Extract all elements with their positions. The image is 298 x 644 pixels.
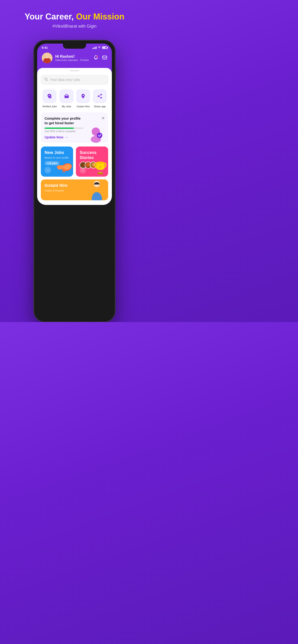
svg-point-0	[42, 52, 53, 63]
action-instant-hire[interactable]: Instant Hire	[76, 89, 90, 108]
user-role: Data Entry Operator . Fresher	[55, 59, 89, 62]
quick-actions: Verified Jobs My Jobs	[41, 89, 108, 108]
main-content: Find 'data entry' jobs	[37, 68, 112, 205]
svg-rect-9	[65, 95, 69, 98]
svg-rect-33	[98, 173, 103, 174]
greeting-text: Hi Rashmi!	[55, 54, 89, 59]
avatar	[42, 52, 53, 63]
phone-outer: 9:41	[34, 40, 115, 322]
messages-icon[interactable]	[102, 55, 107, 61]
svg-point-34	[96, 162, 104, 164]
svg-line-25	[64, 170, 65, 172]
signal-icon	[92, 46, 97, 49]
action-label-instant-hire: Instant Hire	[77, 105, 90, 108]
success-stories-card[interactable]: SuccessStories →	[76, 146, 108, 177]
drag-handle	[70, 70, 79, 71]
wifi-icon	[98, 46, 101, 50]
phone-mockup: 9:41	[32, 40, 117, 322]
user-text: Hi Rashmi! Data Entry Operator . Fresher	[55, 54, 89, 62]
instant-hire-title: Instant Hire	[45, 183, 68, 188]
phone-notch	[63, 44, 86, 49]
phone-side-button	[115, 68, 116, 80]
person-icon	[89, 180, 104, 200]
hero-subtitle: #ViksitBharat with Gigin	[25, 24, 124, 29]
svg-point-13	[98, 96, 99, 97]
action-label-verified-jobs: Verified Jobs	[42, 105, 57, 108]
profile-completion-card: Complete your profile to get hired faste…	[41, 112, 108, 143]
action-share-app[interactable]: Share app	[93, 89, 107, 108]
action-verified-jobs[interactable]: Verified Jobs	[42, 89, 57, 108]
svg-point-19	[97, 132, 102, 138]
instant-hire-card[interactable]: Instant Hire Faster & Smarter	[41, 180, 108, 200]
hero-title-highlight: Our Mission	[76, 12, 124, 21]
new-jobs-card[interactable]: New Jobs Based on your profile +12 jobs …	[41, 146, 73, 177]
svg-point-1	[45, 55, 49, 59]
action-label-my-jobs: My Jobs	[62, 105, 71, 108]
svg-line-24	[63, 170, 63, 172]
battery-icon	[102, 46, 107, 49]
profile-card-title: Complete your profile to get hired faste…	[45, 116, 84, 125]
profile-illustration	[86, 122, 106, 143]
svg-point-3	[46, 55, 49, 58]
hero-title: Your Career, Our Mission	[25, 12, 124, 22]
success-stories-arrow[interactable]: →	[80, 167, 86, 174]
progress-bar	[45, 128, 84, 129]
action-label-share-app: Share app	[94, 105, 106, 108]
search-bar[interactable]: Find 'data entry' jobs	[41, 75, 108, 84]
new-jobs-arrow[interactable]: →	[45, 167, 51, 174]
svg-line-16	[99, 95, 101, 96]
svg-line-15	[99, 97, 101, 98]
svg-rect-5	[103, 56, 107, 59]
hero-section: Your Career, Our Mission #ViksitBharat w…	[18, 0, 131, 36]
phone-screen: 9:41	[37, 44, 112, 205]
status-icons	[92, 46, 107, 50]
instant-hire-subtitle: Faster & Smarter	[45, 189, 68, 192]
cards-grid: New Jobs Based on your profile +12 jobs …	[41, 146, 108, 177]
megaphone-icon	[55, 158, 73, 176]
svg-point-2	[44, 59, 50, 63]
status-time: 9:41	[42, 46, 48, 50]
success-stories-title: SuccessStories	[80, 150, 104, 160]
svg-point-12	[101, 94, 102, 95]
search-placeholder-text: Find 'data entry' jobs	[50, 78, 80, 82]
header-icons	[93, 55, 107, 61]
svg-rect-21	[58, 165, 64, 170]
new-jobs-title: New Jobs	[45, 150, 69, 155]
search-icon	[44, 78, 48, 82]
profile-card-close[interactable]: ✕	[101, 116, 105, 121]
progress-bar-fill	[45, 128, 74, 129]
svg-point-14	[101, 97, 102, 98]
svg-point-4	[97, 56, 98, 57]
notification-icon[interactable]	[93, 55, 98, 61]
hero-title-start: Your Career,	[25, 12, 76, 21]
app-header: Hi Rashmi! Data Entry Operator . Fresher	[37, 50, 112, 68]
action-my-jobs[interactable]: My Jobs	[60, 89, 74, 108]
trophy-icon	[94, 161, 107, 175]
user-info: Hi Rashmi! Data Entry Operator . Fresher	[42, 52, 89, 63]
svg-point-11	[83, 95, 84, 96]
